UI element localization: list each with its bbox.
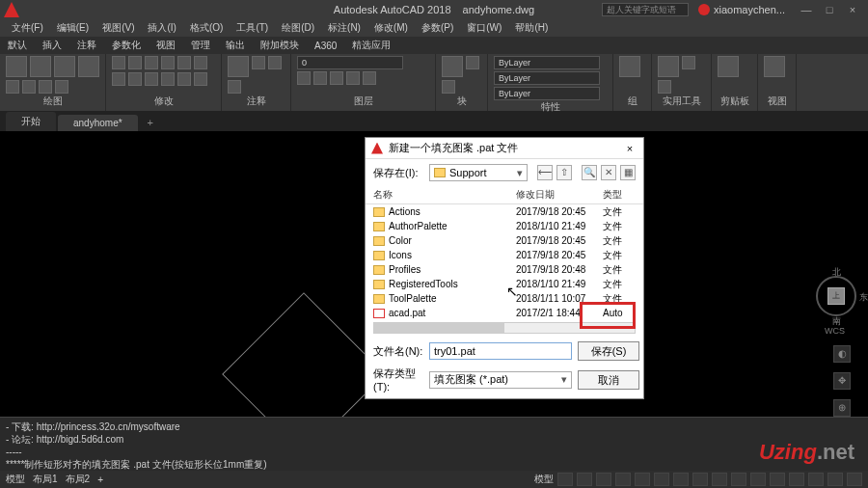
tab-layout1[interactable]: 布局1 bbox=[33, 473, 58, 486]
file-row[interactable]: Icons2017/9/18 20:45文件 bbox=[373, 248, 636, 262]
color-combo[interactable]: ByLayer bbox=[494, 56, 600, 69]
status-icon[interactable] bbox=[654, 473, 669, 486]
mod-icon[interactable] bbox=[161, 56, 175, 69]
polyline-icon[interactable] bbox=[30, 56, 51, 77]
text-icon[interactable] bbox=[228, 56, 249, 77]
ribbon-tab-annotate[interactable]: 注释 bbox=[69, 39, 104, 52]
status-icon[interactable] bbox=[673, 473, 689, 486]
trim-icon[interactable] bbox=[145, 56, 158, 69]
menu-format[interactable]: 格式(O) bbox=[184, 21, 229, 35]
view-cube[interactable]: 上 北 东 南 bbox=[816, 276, 856, 316]
circle-icon[interactable] bbox=[54, 56, 75, 77]
linetype-combo[interactable]: ByLayer bbox=[494, 87, 600, 100]
util-icon[interactable] bbox=[682, 56, 695, 69]
status-icon[interactable] bbox=[827, 473, 843, 486]
menu-dimension[interactable]: 标注(N) bbox=[322, 21, 366, 35]
ortho-toggle-icon[interactable] bbox=[596, 473, 611, 486]
polar-toggle-icon[interactable] bbox=[615, 473, 631, 486]
nav-wheel-icon[interactable]: ◐ bbox=[833, 345, 851, 363]
ribbon-tab-default[interactable]: 默认 bbox=[0, 39, 35, 52]
layer-icon[interactable] bbox=[363, 71, 376, 85]
col-date[interactable]: 修改日期 bbox=[516, 188, 603, 202]
views-button[interactable]: ▦ bbox=[620, 165, 636, 180]
layer-icon[interactable] bbox=[330, 71, 343, 85]
mirror-icon[interactable] bbox=[194, 56, 207, 69]
table-icon[interactable] bbox=[228, 80, 241, 94]
customize-icon[interactable] bbox=[847, 473, 862, 486]
mod-icon[interactable] bbox=[128, 72, 142, 86]
lineweight-combo[interactable]: ByLayer bbox=[494, 71, 600, 85]
copy-icon[interactable] bbox=[177, 56, 191, 69]
dialog-title-bar[interactable]: 新建一个填充图案 .pat 文件 × bbox=[366, 138, 643, 159]
menu-window[interactable]: 窗口(W) bbox=[461, 21, 507, 35]
status-model[interactable]: 模型 bbox=[534, 473, 554, 486]
file-row[interactable]: ToolPalette2018/1/11 10:07文件 bbox=[373, 291, 636, 306]
draw-icon[interactable] bbox=[39, 80, 52, 94]
file-row[interactable]: RegisteredTools2018/1/10 21:49文件 bbox=[373, 277, 636, 291]
layer-icon[interactable] bbox=[297, 71, 311, 85]
filename-input[interactable] bbox=[429, 342, 572, 360]
ribbon-tab-featured[interactable]: 精选应用 bbox=[344, 39, 398, 52]
ribbon-tab-addins[interactable]: 附加模块 bbox=[253, 39, 307, 52]
cancel-button[interactable]: 取消 bbox=[578, 370, 639, 390]
ribbon-tab-a360[interactable]: A360 bbox=[307, 41, 344, 51]
array-icon[interactable] bbox=[177, 72, 191, 86]
zoom-icon[interactable]: ⊕ bbox=[833, 399, 851, 417]
draw-icon[interactable] bbox=[22, 80, 36, 94]
draw-icon[interactable] bbox=[55, 80, 68, 94]
file-list[interactable]: Actions2017/9/18 20:45文件AuthorPalette201… bbox=[366, 204, 643, 320]
menu-tools[interactable]: 工具(T) bbox=[231, 21, 274, 35]
file-row[interactable]: Color2017/9/18 20:45文件 bbox=[373, 233, 636, 248]
save-button[interactable]: 保存(S) bbox=[578, 341, 639, 361]
status-icon[interactable] bbox=[750, 473, 766, 486]
file-row[interactable]: acad.pat2017/2/1 18:44Auto bbox=[373, 306, 636, 320]
close-button[interactable]: × bbox=[841, 2, 864, 17]
menu-insert[interactable]: 插入(I) bbox=[142, 21, 181, 35]
ribbon-tab-view[interactable]: 视图 bbox=[149, 39, 183, 52]
tab-model[interactable]: 模型 bbox=[6, 473, 25, 486]
delete-button[interactable]: ✕ bbox=[601, 165, 616, 180]
status-icon[interactable] bbox=[770, 473, 785, 486]
status-icon[interactable] bbox=[731, 473, 746, 486]
back-button[interactable]: ⟵ bbox=[537, 165, 553, 180]
measure-icon[interactable] bbox=[658, 56, 679, 77]
ribbon-tab-insert[interactable]: 插入 bbox=[35, 39, 69, 52]
pan-icon[interactable]: ✥ bbox=[833, 372, 851, 390]
tab-add-layout[interactable]: + bbox=[97, 474, 103, 485]
status-icon[interactable] bbox=[789, 473, 804, 486]
grid-toggle-icon[interactable] bbox=[557, 473, 573, 486]
block-icon[interactable] bbox=[466, 56, 479, 69]
line-icon[interactable] bbox=[6, 56, 27, 77]
up-button[interactable]: ⇧ bbox=[556, 165, 572, 180]
status-icon[interactable] bbox=[808, 473, 824, 486]
tab-layout2[interactable]: 布局2 bbox=[66, 473, 91, 486]
help-search-input[interactable]: 超人关键字或短语 bbox=[602, 3, 689, 16]
snap-toggle-icon[interactable] bbox=[577, 473, 592, 486]
fillet-icon[interactable] bbox=[112, 72, 125, 86]
rotate-icon[interactable] bbox=[128, 56, 142, 69]
search-button[interactable]: 🔍 bbox=[582, 165, 597, 180]
stretch-icon[interactable] bbox=[145, 72, 158, 86]
arc-icon[interactable] bbox=[78, 56, 99, 77]
scrollbar-thumb[interactable] bbox=[374, 323, 504, 333]
view-icon[interactable] bbox=[764, 56, 785, 77]
ribbon-tab-manage[interactable]: 管理 bbox=[183, 39, 218, 52]
ribbon-tab-param[interactable]: 参数化 bbox=[104, 39, 149, 52]
app-logo-icon[interactable] bbox=[4, 2, 19, 17]
dim-icon[interactable] bbox=[252, 56, 265, 69]
file-row[interactable]: AuthorPalette2018/1/10 21:49文件 bbox=[373, 219, 636, 233]
util-icon[interactable] bbox=[658, 80, 671, 94]
mod-icon[interactable] bbox=[194, 72, 207, 86]
menu-file[interactable]: 文件(F) bbox=[6, 21, 49, 35]
dialog-close-button[interactable]: × bbox=[622, 143, 637, 154]
group-icon[interactable] bbox=[619, 56, 640, 77]
col-type[interactable]: 类型 bbox=[603, 188, 636, 202]
menu-view[interactable]: 视图(V) bbox=[96, 21, 140, 35]
save-in-combo[interactable]: Support ▾ bbox=[429, 164, 528, 181]
filetype-combo[interactable]: 填充图案 (*.pat) ▾ bbox=[429, 371, 572, 389]
tab-active-doc[interactable]: andyhome* bbox=[58, 115, 138, 131]
file-row[interactable]: Profiles2017/9/18 20:48文件 bbox=[373, 262, 636, 277]
scale-icon[interactable] bbox=[161, 72, 175, 86]
horizontal-scrollbar[interactable] bbox=[373, 322, 636, 334]
move-icon[interactable] bbox=[112, 56, 125, 69]
